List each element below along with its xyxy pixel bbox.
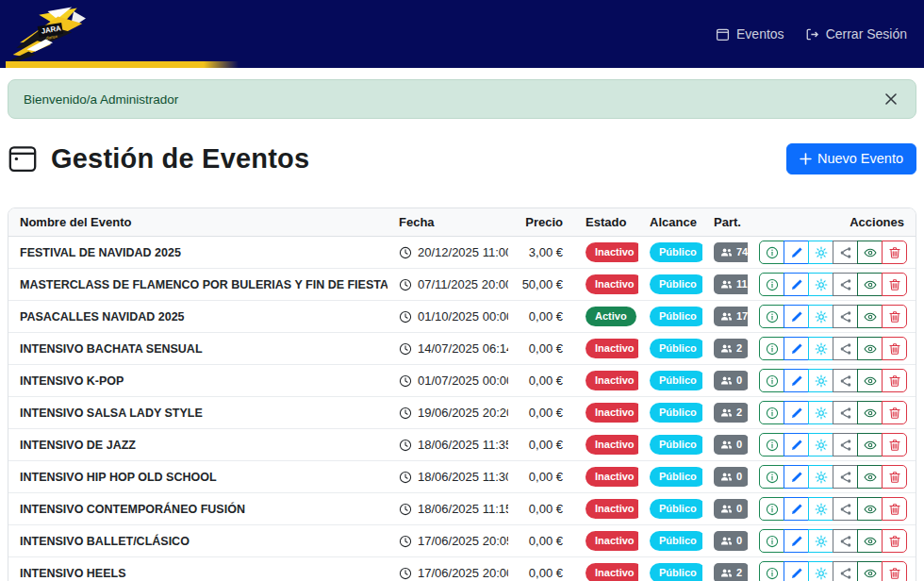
share-button[interactable]	[833, 433, 858, 456]
edit-button[interactable]	[784, 465, 809, 489]
edit-button[interactable]	[784, 305, 809, 328]
info-button[interactable]	[759, 561, 784, 581]
settings-button[interactable]	[808, 369, 833, 392]
info-button[interactable]	[759, 337, 784, 360]
event-name: INTENSIVO SALSA LADY STYLE	[8, 397, 388, 429]
view-button[interactable]	[857, 465, 883, 489]
edit-button[interactable]	[784, 561, 809, 581]
event-price: 0,00 €	[508, 301, 574, 333]
settings-button[interactable]	[808, 433, 833, 456]
delete-button[interactable]	[882, 401, 907, 424]
clock-icon	[399, 471, 412, 484]
info-button[interactable]	[759, 273, 784, 296]
alert-close-button[interactable]	[882, 90, 900, 108]
share-button[interactable]	[833, 305, 858, 328]
info-button[interactable]	[759, 433, 784, 456]
view-button[interactable]	[857, 529, 883, 553]
event-name: INTENSIVO K-POP	[8, 365, 388, 397]
edit-button[interactable]	[784, 401, 809, 424]
edit-button[interactable]	[784, 273, 809, 296]
settings-button[interactable]	[808, 529, 833, 553]
table-row: INTENSIVO BALLET/CLÁSICO 17/06/2025 20:0…	[8, 525, 916, 557]
new-event-button[interactable]: Nuevo Evento	[786, 143, 916, 174]
event-name: INTENSIVO HEELS	[8, 557, 388, 581]
view-button[interactable]	[857, 305, 883, 328]
edit-button[interactable]	[784, 337, 809, 360]
delete-button[interactable]	[882, 529, 907, 553]
info-button[interactable]	[759, 529, 784, 553]
info-button[interactable]	[759, 369, 784, 392]
trash-icon	[888, 471, 901, 484]
share-button[interactable]	[833, 497, 858, 521]
delete-button[interactable]	[882, 305, 907, 328]
table-row: INTENSIVO CONTEMPORÁNEO FUSIÓN 18/06/202…	[8, 493, 916, 525]
delete-button[interactable]	[882, 369, 907, 392]
view-button[interactable]	[857, 433, 883, 456]
share-button[interactable]	[833, 465, 858, 489]
view-button[interactable]	[857, 497, 883, 521]
actions-cell	[748, 493, 916, 525]
view-button[interactable]	[857, 273, 883, 296]
edit-button[interactable]	[784, 369, 809, 392]
nav-link-cerrar-sesion[interactable]: Cerrar Sesión	[805, 26, 907, 42]
delete-button[interactable]	[882, 337, 907, 360]
info-button[interactable]	[759, 497, 784, 521]
share-button[interactable]	[833, 337, 858, 360]
delete-button[interactable]	[882, 497, 907, 521]
gear-icon	[815, 342, 828, 356]
edit-button[interactable]	[784, 529, 809, 553]
eye-icon	[864, 342, 877, 356]
view-button[interactable]	[857, 337, 883, 360]
clock-icon	[399, 407, 412, 420]
participants-badge: 17	[714, 307, 748, 326]
share-button[interactable]	[833, 369, 858, 392]
event-date: 19/06/2025 20:20	[388, 397, 508, 429]
settings-button[interactable]	[808, 465, 833, 489]
info-button[interactable]	[759, 401, 784, 424]
edit-button[interactable]	[784, 497, 809, 521]
share-button[interactable]	[833, 561, 858, 581]
pencil-icon	[790, 278, 803, 291]
edit-button[interactable]	[784, 433, 809, 456]
settings-button[interactable]	[808, 561, 833, 581]
settings-button[interactable]	[808, 497, 833, 521]
participants-count: 2	[736, 407, 742, 418]
nav-link-eventos[interactable]: Eventos	[716, 26, 784, 42]
share-icon	[839, 503, 852, 516]
trash-icon	[888, 567, 901, 580]
pencil-icon	[790, 246, 803, 259]
delete-button[interactable]	[882, 465, 907, 489]
settings-button[interactable]	[808, 241, 833, 264]
status-badge: Inactivo	[586, 499, 638, 519]
actions-cell	[748, 461, 916, 493]
share-button[interactable]	[833, 273, 858, 296]
info-button[interactable]	[759, 241, 784, 264]
view-button[interactable]	[857, 241, 883, 264]
info-button[interactable]	[759, 305, 784, 328]
gear-icon	[815, 503, 828, 516]
share-button[interactable]	[833, 529, 858, 553]
delete-button[interactable]	[882, 433, 907, 456]
settings-button[interactable]	[808, 305, 833, 328]
events-table-card: Nombre del Evento Fecha Precio Estado Al…	[8, 208, 916, 581]
settings-button[interactable]	[808, 401, 833, 424]
view-button[interactable]	[857, 369, 883, 392]
new-event-button-label: Nuevo Evento	[817, 151, 903, 166]
brand-logo[interactable]: JARA danse	[9, 6, 96, 62]
settings-button[interactable]	[808, 273, 833, 296]
info-button[interactable]	[759, 465, 784, 489]
actions-cell	[748, 301, 916, 333]
share-button[interactable]	[833, 401, 858, 424]
delete-button[interactable]	[882, 241, 907, 264]
delete-button[interactable]	[882, 273, 907, 296]
logout-icon	[805, 27, 819, 42]
share-button[interactable]	[833, 241, 858, 264]
delete-button[interactable]	[882, 561, 907, 581]
view-button[interactable]	[857, 401, 883, 424]
view-button[interactable]	[857, 561, 883, 581]
pencil-icon	[790, 407, 803, 420]
event-date: 14/07/2025 06:14	[388, 333, 508, 365]
edit-button[interactable]	[784, 241, 809, 264]
settings-button[interactable]	[808, 337, 833, 360]
people-icon	[720, 310, 733, 323]
